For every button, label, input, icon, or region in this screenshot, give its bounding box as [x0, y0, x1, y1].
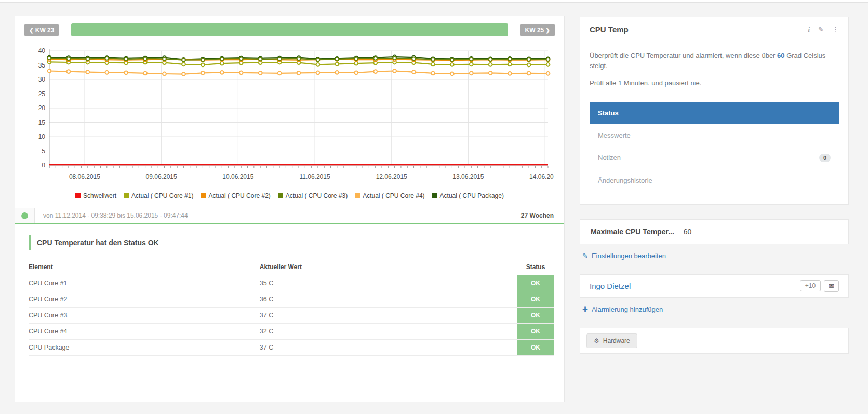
svg-text:5: 5 — [42, 148, 45, 155]
legend-swatch-icon — [432, 193, 437, 198]
sensor-title: CPU Temp — [590, 25, 629, 34]
menu-item-label: Änderungshistorie — [598, 177, 652, 184]
legend-item: Actual ( CPU Core #1) — [124, 192, 193, 199]
svg-text:11.06.2015: 11.06.2015 — [299, 173, 330, 180]
add-alert-link[interactable]: ✚ Alarmierung hinzufügen — [582, 305, 849, 313]
svg-text:13.06.2015: 13.06.2015 — [452, 173, 484, 180]
sensor-detail-panel: ❮ KW 23 KW 25 ❯ 051015202530354008.06.20… — [15, 16, 565, 402]
status-badge: OK — [517, 308, 554, 323]
description-before: Überprüft die CPU Temperatur und alarmie… — [590, 51, 775, 59]
menu-item-label: Messwerte — [598, 131, 631, 139]
svg-text:35: 35 — [38, 62, 46, 69]
sensor-description: Überprüft die CPU Temperatur und alarmie… — [580, 42, 848, 88]
table-row: CPU Core #1 35 C OK — [29, 275, 554, 291]
time-range-strip: von 11.12.2014 - 09:38:29 bis 15.06.2015… — [15, 208, 564, 224]
column-header-status: Status — [517, 259, 554, 275]
chevron-right-icon: ❯ — [546, 28, 550, 33]
svg-text:15: 15 — [38, 119, 46, 126]
element-value: 32 C — [260, 324, 517, 339]
sensor-card-header: CPU Temp i ✎ ⋮ — [580, 17, 848, 42]
info-icon[interactable]: i — [808, 26, 810, 33]
legend-label: Actual ( CPU Core #2) — [208, 192, 270, 199]
element-name: CPU Package — [29, 340, 260, 355]
check-interval-text: Prüft alle 1 Minuten. und pausiert nie. — [590, 78, 839, 88]
duration-text: 27 Wochen — [521, 212, 564, 219]
legend-swatch-icon — [201, 193, 206, 198]
status-badge: OK — [517, 275, 554, 291]
menu-item-label: Notizen — [598, 154, 621, 162]
status-dot-cell — [15, 208, 35, 223]
legend-swatch-icon — [278, 193, 283, 198]
sensor-info-card: CPU Temp i ✎ ⋮ Überprüft die CPU Tempera… — [580, 17, 849, 205]
setting-label: Maximale CPU Temper... — [591, 228, 674, 236]
previous-week-label: KW 23 — [35, 26, 55, 34]
hardware-card: ⚙ Hardware — [580, 328, 849, 354]
pencil-icon: ✎ — [582, 252, 588, 260]
svg-text:30: 30 — [38, 76, 46, 83]
contact-actions: +10 ✉ — [800, 280, 839, 292]
sensor-menu: Status Messwerte Notizen 0 Änderungshist… — [590, 102, 839, 192]
time-range-text: von 11.12.2014 - 09:38:29 bis 15.06.2015… — [35, 212, 521, 219]
legend-label: Actual ( CPU Core #4) — [363, 192, 424, 199]
menu-item-aenderungshistorie[interactable]: Änderungshistorie — [590, 169, 839, 192]
mail-button[interactable]: ✉ — [824, 280, 839, 292]
legend-label: Actual ( CPU Package) — [440, 192, 504, 199]
sensor-header-actions: i ✎ ⋮ — [808, 26, 839, 33]
hardware-button-label: Hardware — [603, 337, 630, 344]
contact-extra-badge[interactable]: +10 — [800, 280, 821, 291]
svg-text:40: 40 — [38, 47, 46, 55]
element-table: Element Aktueller Wert Status CPU Core #… — [29, 259, 554, 356]
sensor-sidebar: CPU Temp i ✎ ⋮ Überprüft die CPU Tempera… — [580, 17, 849, 354]
element-value: 37 C — [260, 340, 517, 355]
column-header-value: Aktueller Wert — [260, 259, 517, 275]
notes-count-badge: 0 — [819, 154, 831, 162]
table-row: CPU Core #4 32 C OK — [29, 324, 554, 340]
status-badge: OK — [517, 324, 554, 339]
element-value: 36 C — [260, 291, 517, 307]
menu-item-messwerte[interactable]: Messwerte — [590, 124, 839, 146]
next-week-label: KW 25 — [525, 26, 544, 34]
edit-settings-label: Einstellungen bearbeiten — [592, 252, 666, 260]
legend-swatch-icon — [75, 193, 81, 198]
edit-icon[interactable]: ✎ — [818, 26, 824, 33]
element-name: CPU Core #2 — [29, 291, 260, 307]
temperature-chart: 051015202530354008.06.201509.06.201510.0… — [15, 42, 564, 199]
table-row: CPU Package 37 C OK — [29, 340, 554, 356]
element-value: 35 C — [260, 275, 517, 291]
element-value: 37 C — [260, 308, 517, 323]
next-week-button[interactable]: KW 25 ❯ — [520, 24, 555, 36]
previous-week-button[interactable]: ❮ KW 23 — [24, 24, 59, 36]
contact-name-link[interactable]: Ingo Dietzel — [590, 282, 631, 290]
svg-text:10: 10 — [38, 133, 46, 140]
svg-text:12.06.2015: 12.06.2015 — [376, 173, 407, 180]
envelope-icon: ✉ — [829, 282, 834, 290]
setting-value: 60 — [684, 228, 692, 236]
gears-icon: ⚙ — [594, 337, 599, 344]
hardware-button[interactable]: ⚙ Hardware — [586, 333, 637, 348]
legend-label: Schwellwert — [83, 192, 116, 199]
edit-settings-link[interactable]: ✎ Einstellungen bearbeiten — [582, 252, 849, 260]
svg-text:08.06.2015: 08.06.2015 — [69, 173, 100, 180]
menu-item-notizen[interactable]: Notizen 0 — [590, 146, 839, 169]
status-badge: OK — [517, 291, 554, 307]
svg-text:0: 0 — [42, 162, 45, 169]
more-options-icon[interactable]: ⋮ — [832, 26, 839, 33]
week-navigation-toolbar: ❮ KW 23 KW 25 ❯ — [15, 16, 564, 42]
element-name: CPU Core #1 — [29, 275, 260, 291]
legend-item: Schwellwert — [75, 192, 116, 199]
legend-item: Actual ( CPU Core #2) — [201, 192, 270, 199]
table-header-row: Element Aktueller Wert Status — [29, 259, 554, 275]
svg-text:20: 20 — [38, 104, 46, 112]
legend-label: Actual ( CPU Core #3) — [286, 192, 348, 199]
description-paragraph: Überprüft die CPU Temperatur und alarmie… — [590, 50, 839, 71]
svg-text:14.06.2015: 14.06.2015 — [529, 173, 554, 180]
plus-icon: ✚ — [582, 305, 588, 313]
ok-status-dot-icon — [21, 212, 28, 219]
column-header-element: Element — [29, 259, 260, 275]
svg-text:25: 25 — [38, 90, 46, 98]
element-name: CPU Core #3 — [29, 308, 260, 323]
week-range-bar[interactable] — [71, 23, 508, 36]
setting-card: Maximale CPU Temper... 60 — [580, 219, 849, 244]
menu-item-label: Status — [598, 109, 619, 117]
menu-item-status[interactable]: Status — [590, 102, 839, 124]
